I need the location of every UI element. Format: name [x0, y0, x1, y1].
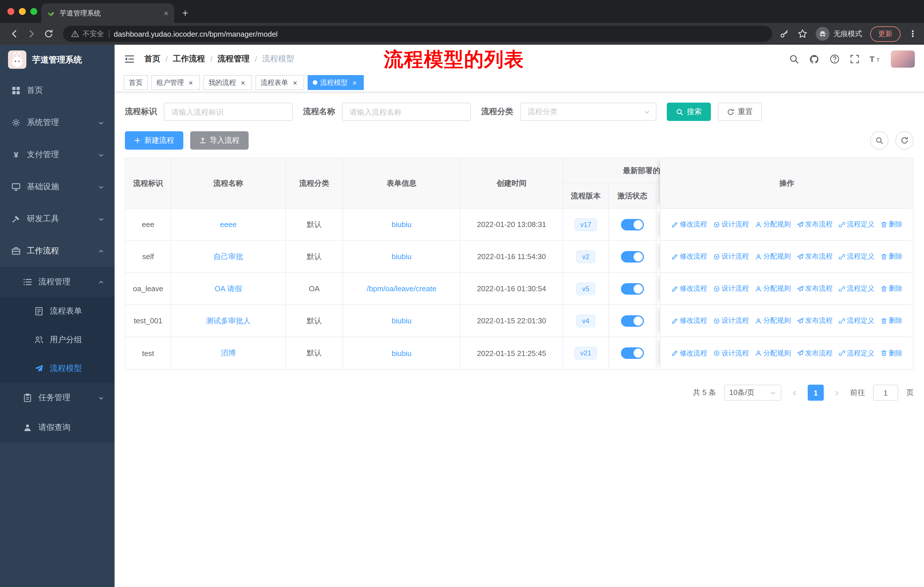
form-info-link[interactable]: biubiu	[391, 316, 411, 325]
page-size-select[interactable]: 10条/页	[724, 385, 781, 401]
action-process-definition[interactable]: 流程定义	[838, 220, 874, 229]
process-name-link[interactable]: 滔博	[221, 348, 236, 358]
action-design-process[interactable]: 设计流程	[713, 316, 749, 326]
sidebar-item-payment[interactable]: ¥ 支付管理	[0, 139, 115, 171]
goto-page-input[interactable]	[873, 385, 898, 401]
forward-icon[interactable]	[24, 26, 39, 41]
process-id-input[interactable]	[164, 103, 293, 121]
active-status-toggle[interactable]	[621, 315, 644, 326]
close-icon[interactable]: ×	[351, 79, 359, 86]
current-page-button[interactable]: 1	[808, 385, 824, 401]
close-icon[interactable]: ×	[291, 79, 299, 86]
action-publish-process[interactable]: 发布流程	[797, 316, 833, 326]
close-icon[interactable]: ×	[239, 79, 247, 86]
action-publish-process[interactable]: 发布流程	[797, 220, 833, 229]
action-process-definition[interactable]: 流程定义	[838, 316, 874, 326]
action-assign-rule[interactable]: 分配规则	[755, 316, 791, 326]
action-process-definition[interactable]: 流程定义	[838, 251, 874, 261]
action-edit-process[interactable]: 修改流程	[671, 284, 707, 293]
action-delete[interactable]: 删除	[880, 316, 903, 326]
active-status-toggle[interactable]	[621, 251, 644, 262]
action-publish-process[interactable]: 发布流程	[797, 348, 833, 358]
window-zoom-button[interactable]	[30, 8, 37, 15]
action-design-process[interactable]: 设计流程	[713, 284, 749, 293]
reload-icon[interactable]	[41, 26, 56, 41]
form-info-link[interactable]: biubiu	[391, 349, 411, 357]
browser-tab[interactable]: 芋道管理系统 ×	[41, 3, 174, 23]
search-icon[interactable]	[789, 54, 799, 64]
action-assign-rule[interactable]: 分配规则	[755, 220, 791, 229]
reset-button[interactable]: 重置	[718, 103, 762, 121]
url-bar[interactable]: 不安全 dashboard.yudao.iocoder.cn/bpm/manag…	[63, 26, 772, 42]
action-design-process[interactable]: 设计流程	[713, 348, 749, 358]
action-edit-process[interactable]: 修改流程	[671, 348, 707, 358]
action-edit-process[interactable]: 修改流程	[671, 316, 707, 326]
sidebar-item-workflow[interactable]: 工作流程	[0, 235, 115, 267]
sidebar-item-leave-query[interactable]: 请假查询	[0, 413, 115, 443]
form-info-link[interactable]: /bpm/oa/leave/create	[367, 284, 437, 293]
browser-menu-icon[interactable]: ⋮	[909, 29, 917, 39]
tag-process-form[interactable]: 流程表单 ×	[256, 75, 304, 90]
active-status-toggle[interactable]	[621, 283, 644, 294]
tag-process-model[interactable]: 流程模型 ×	[308, 75, 364, 90]
action-assign-rule[interactable]: 分配规则	[755, 348, 791, 358]
create-process-button[interactable]: 新建流程	[125, 131, 183, 150]
key-icon[interactable]	[779, 29, 789, 39]
window-minimize-button[interactable]	[19, 8, 26, 15]
active-status-toggle[interactable]	[621, 219, 644, 230]
font-size-icon[interactable]: TT	[870, 54, 881, 64]
sidebar-item-home[interactable]: 首页	[0, 74, 115, 107]
action-publish-process[interactable]: 发布流程	[797, 284, 833, 293]
import-process-button[interactable]: 导入流程	[190, 131, 249, 150]
process-name-link[interactable]: OA 请假	[214, 283, 242, 294]
sidebar-item-user-group[interactable]: 用户分组	[0, 326, 115, 354]
tag-home[interactable]: 首页	[124, 75, 148, 90]
close-icon[interactable]: ×	[187, 79, 195, 86]
category-select[interactable]: 流程分类	[520, 103, 657, 121]
action-edit-process[interactable]: 修改流程	[671, 251, 707, 261]
action-assign-rule[interactable]: 分配规则	[755, 251, 791, 261]
sidebar-item-system[interactable]: 系统管理	[0, 107, 115, 139]
sidebar-item-process-form[interactable]: 流程表单	[0, 297, 115, 326]
action-delete[interactable]: 删除	[880, 220, 903, 229]
breadcrumb-home[interactable]: 首页	[144, 54, 160, 64]
sidebar-item-task-management[interactable]: 任务管理	[0, 383, 115, 413]
process-name-link[interactable]: 自己审批	[213, 251, 243, 262]
user-avatar[interactable]	[891, 50, 915, 68]
form-info-link[interactable]: biubiu	[391, 220, 411, 229]
refresh-icon-button[interactable]	[895, 131, 914, 150]
bookmark-star-icon[interactable]	[797, 29, 808, 39]
action-design-process[interactable]: 设计流程	[713, 251, 749, 261]
new-tab-button[interactable]: +	[182, 8, 188, 18]
action-delete[interactable]: 删除	[880, 348, 903, 358]
process-name-link[interactable]: 测试多审批人	[206, 316, 251, 326]
process-name-link[interactable]: eeee	[220, 220, 237, 229]
tag-my-process[interactable]: 我的流程 ×	[203, 75, 252, 90]
update-button[interactable]: 更新	[870, 26, 901, 41]
security-indicator[interactable]: 不安全	[71, 29, 104, 39]
fullscreen-icon[interactable]	[850, 54, 860, 64]
tab-close-icon[interactable]: ×	[164, 9, 168, 17]
action-assign-rule[interactable]: 分配规则	[755, 284, 791, 293]
sidebar-item-process-model[interactable]: 流程模型	[0, 354, 115, 383]
form-info-link[interactable]: biubiu	[391, 252, 411, 261]
sidebar-item-devtools[interactable]: 研发工具	[0, 203, 115, 235]
action-process-definition[interactable]: 流程定义	[838, 284, 874, 293]
sidebar-fold-icon[interactable]	[124, 53, 135, 65]
github-icon[interactable]	[809, 54, 820, 64]
action-design-process[interactable]: 设计流程	[713, 220, 749, 229]
help-icon[interactable]	[830, 54, 840, 64]
breadcrumb-workflow[interactable]: 工作流程	[173, 54, 205, 64]
show-search-icon-button[interactable]	[870, 131, 888, 150]
process-name-input[interactable]	[342, 103, 471, 121]
window-close-button[interactable]	[7, 8, 14, 15]
tag-tenant[interactable]: 租户管理 ×	[151, 75, 200, 90]
breadcrumb-process-management[interactable]: 流程管理	[218, 54, 250, 64]
active-status-toggle[interactable]	[621, 347, 644, 359]
action-delete[interactable]: 删除	[880, 251, 903, 261]
sidebar-item-process-management[interactable]: 流程管理	[0, 267, 115, 297]
action-delete[interactable]: 删除	[880, 284, 903, 293]
prev-page-button[interactable]: ‹	[789, 387, 800, 398]
next-page-button[interactable]: ›	[832, 387, 842, 398]
action-process-definition[interactable]: 流程定义	[838, 348, 874, 358]
